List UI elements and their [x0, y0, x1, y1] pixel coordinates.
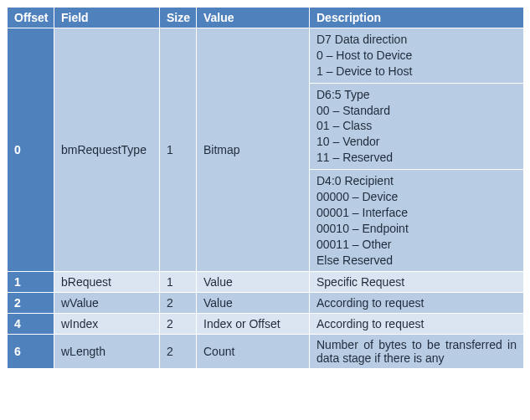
cell-value: Bitmap — [197, 28, 310, 272]
desc-line: D6:5 Type — [316, 87, 517, 103]
cell-value: Index or Offset — [197, 314, 310, 335]
col-header-description: Description — [310, 8, 524, 28]
cell-offset: 6 — [8, 335, 54, 369]
cell-offset: 0 — [8, 28, 54, 272]
table-row: 2 wValue 2 Value According to request — [8, 293, 524, 314]
desc-line: D7 Data direction — [316, 32, 517, 48]
desc-line: 10 – Vendor — [316, 134, 517, 150]
desc-line: 00001 – Interface — [316, 205, 517, 221]
desc-line: 00011 – Other — [316, 237, 517, 253]
cell-value: Value — [197, 272, 310, 293]
desc-line: Else Reserved — [316, 253, 517, 269]
desc-line: 01 – Class — [316, 118, 517, 134]
cell-description: D4:0 Recipient 00000 – Device 00001 – In… — [310, 170, 524, 272]
table-header-row: Offset Field Size Value Description — [8, 8, 524, 28]
cell-field: wIndex — [54, 314, 160, 335]
cell-offset: 4 — [8, 314, 54, 335]
desc-d4-0: D4:0 Recipient 00000 – Device 00001 – In… — [316, 173, 517, 268]
cell-offset: 1 — [8, 272, 54, 293]
cell-value: Value — [197, 293, 310, 314]
cell-size: 2 — [160, 293, 197, 314]
cell-description: Number of bytes to be transferred in dat… — [310, 335, 524, 369]
cell-field: bRequest — [54, 272, 160, 293]
cell-description: Specific Request — [310, 272, 524, 293]
desc-line: 00000 – Device — [316, 189, 517, 205]
desc-d6-5: D6:5 Type 00 – Standard 01 – Class 10 – … — [316, 87, 517, 166]
cell-field: bmRequestType — [54, 28, 160, 272]
desc-line: 0 – Host to Device — [316, 48, 517, 64]
desc-line: 1 – Device to Host — [316, 64, 517, 79]
cell-size: 2 — [160, 314, 197, 335]
col-header-field: Field — [54, 8, 160, 28]
cell-value: Count — [197, 335, 310, 369]
cell-size: 2 — [160, 335, 197, 369]
cell-description: D7 Data direction 0 – Host to Device 1 –… — [310, 28, 524, 84]
table-row: 4 wIndex 2 Index or Offset According to … — [8, 314, 524, 335]
cell-field: wValue — [54, 293, 160, 314]
table-row: 1 bRequest 1 Value Specific Request — [8, 272, 524, 293]
cell-description: According to request — [310, 293, 524, 314]
cell-description: According to request — [310, 314, 524, 335]
cell-field: wLength — [54, 335, 160, 369]
desc-line: 11 – Reserved — [316, 150, 517, 166]
cell-description: D6:5 Type 00 – Standard 01 – Class 10 – … — [310, 83, 524, 169]
col-header-size: Size — [160, 8, 197, 28]
table-row: 6 wLength 2 Count Number of bytes to be … — [8, 335, 524, 369]
table-row: 0 bmRequestType 1 Bitmap D7 Data directi… — [8, 28, 524, 84]
col-header-value: Value — [197, 8, 310, 28]
desc-line: 00 – Standard — [316, 103, 517, 119]
usb-setup-packet-table: Offset Field Size Value Description 0 bm… — [7, 7, 524, 369]
cell-size: 1 — [160, 28, 197, 272]
desc-line: D4:0 Recipient — [316, 173, 517, 189]
desc-d7: D7 Data direction 0 – Host to Device 1 –… — [316, 32, 517, 79]
cell-size: 1 — [160, 272, 197, 293]
desc-line: 00010 – Endpoint — [316, 221, 517, 237]
col-header-offset: Offset — [8, 8, 54, 28]
cell-offset: 2 — [8, 293, 54, 314]
